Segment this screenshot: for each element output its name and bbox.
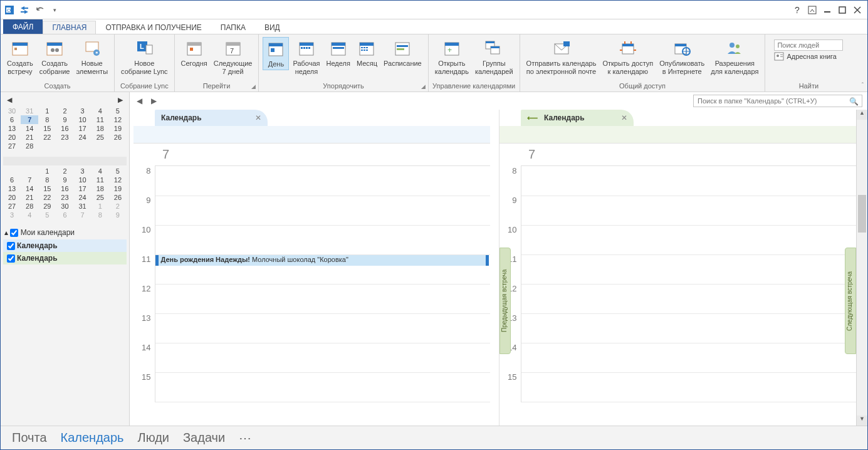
nav-tasks[interactable]: Задачи bbox=[183, 431, 225, 445]
prev-month-icon[interactable]: ◀ bbox=[7, 96, 12, 104]
time-slot[interactable] bbox=[521, 225, 856, 254]
time-slot[interactable] bbox=[521, 372, 856, 402]
mini-day[interactable]: 31 bbox=[21, 107, 38, 115]
time-slot[interactable]: День рождения Надежды! Молочный шоколад … bbox=[155, 254, 490, 284]
mini-day[interactable]: 8 bbox=[38, 115, 56, 124]
calendar-item-1[interactable]: Календарь bbox=[3, 239, 127, 252]
mini-day[interactable]: 8 bbox=[92, 211, 109, 219]
mini-day[interactable]: 24 bbox=[74, 133, 92, 142]
mini-day[interactable]: 14 bbox=[21, 184, 38, 193]
mini-day[interactable]: 9 bbox=[109, 211, 127, 219]
new-meeting-button[interactable]: Создать встречу bbox=[4, 37, 36, 76]
new-appointment-button[interactable]: Создать собрание bbox=[37, 37, 73, 76]
mini-day[interactable]: 21 bbox=[21, 193, 38, 202]
mini-day[interactable]: 18 bbox=[92, 124, 109, 133]
nav-mail[interactable]: Почта bbox=[12, 431, 47, 445]
pane-1-close-icon[interactable]: ✕ bbox=[255, 113, 261, 122]
mini-day[interactable]: 1 bbox=[92, 202, 109, 211]
qat-customize-icon[interactable]: ▾ bbox=[48, 4, 61, 16]
publish-online-button[interactable]: Опубликовать в Интернете bbox=[657, 37, 707, 76]
tab-view[interactable]: ВИД bbox=[255, 21, 290, 34]
mini-day[interactable]: 3 bbox=[74, 167, 92, 175]
email-calendar-button[interactable]: Отправить календарь по электронной почте bbox=[524, 37, 599, 76]
tab-send-receive[interactable]: ОТПРАВКА И ПОЛУЧЕНИЕ bbox=[96, 21, 211, 34]
scroll-down-icon[interactable]: ▼ bbox=[857, 416, 867, 426]
my-calendars-checkbox[interactable] bbox=[10, 229, 18, 237]
maximize-button[interactable] bbox=[835, 3, 850, 18]
help-button[interactable]: ? bbox=[790, 3, 805, 18]
close-button[interactable] bbox=[850, 3, 865, 18]
time-slot[interactable] bbox=[521, 166, 856, 196]
calendar-search-input[interactable] bbox=[693, 95, 862, 107]
pane-2-close-icon[interactable]: ✕ bbox=[621, 113, 627, 122]
today-button[interactable]: Сегодня bbox=[179, 37, 210, 69]
mini-day[interactable] bbox=[74, 142, 92, 150]
mini-day[interactable]: 7 bbox=[21, 115, 38, 124]
collapse-ribbon-icon[interactable]: ˆ bbox=[862, 82, 864, 89]
mini-day[interactable]: 1 bbox=[38, 107, 56, 115]
mini-day[interactable]: 4 bbox=[21, 211, 38, 219]
mini-day[interactable]: 3 bbox=[3, 211, 21, 219]
time-slot[interactable] bbox=[155, 343, 490, 372]
mini-day[interactable]: 22 bbox=[38, 193, 56, 202]
time-slot[interactable] bbox=[521, 313, 856, 343]
scroll-up-icon[interactable]: ▲ bbox=[857, 110, 867, 120]
month-button[interactable]: Месяц bbox=[354, 37, 380, 69]
mini-day[interactable]: 24 bbox=[74, 193, 92, 202]
scroll-thumb[interactable] bbox=[858, 195, 866, 233]
mini-day[interactable]: 29 bbox=[38, 202, 56, 211]
mini-day[interactable]: 27 bbox=[3, 142, 21, 150]
mini-day[interactable]: 4 bbox=[92, 107, 109, 115]
mini-day[interactable]: 3 bbox=[74, 107, 92, 115]
week-button[interactable]: Неделя bbox=[324, 37, 353, 69]
calendar-event[interactable]: День рождения Надежды! Молочный шоколад … bbox=[155, 255, 489, 266]
mini-day[interactable]: 26 bbox=[109, 193, 127, 202]
mini-day[interactable]: 30 bbox=[3, 107, 21, 115]
search-icon[interactable]: 🔍 bbox=[849, 97, 859, 106]
mini-day[interactable]: 7 bbox=[21, 175, 38, 184]
mini-day[interactable]: 23 bbox=[56, 193, 73, 202]
mini-day[interactable]: 23 bbox=[56, 133, 73, 142]
mini-day[interactable]: 16 bbox=[56, 124, 73, 133]
mini-day[interactable]: 9 bbox=[56, 175, 73, 184]
next-meeting-handle[interactable]: Следующая встреча bbox=[845, 248, 856, 354]
mini-day[interactable]: 5 bbox=[109, 107, 127, 115]
tab-home[interactable]: ГЛАВНАЯ bbox=[43, 21, 96, 34]
permissions-button[interactable]: Разрешения для календаря bbox=[708, 37, 761, 76]
mini-day[interactable]: 11 bbox=[92, 115, 109, 124]
mini-day[interactable]: 17 bbox=[74, 124, 92, 133]
time-slot[interactable] bbox=[521, 343, 856, 372]
time-slot[interactable] bbox=[521, 196, 856, 225]
mini-day[interactable]: 27 bbox=[3, 202, 21, 211]
mini-day[interactable]: 20 bbox=[3, 133, 21, 142]
calendar-item-2[interactable]: Календарь bbox=[3, 252, 127, 264]
pane-1-grid[interactable]: 891011День рождения Надежды! Молочный шо… bbox=[133, 166, 490, 426]
time-slot[interactable] bbox=[155, 225, 490, 254]
mini-day[interactable]: 30 bbox=[56, 202, 73, 211]
mini-day[interactable]: 11 bbox=[92, 175, 109, 184]
day-button[interactable]: День bbox=[263, 37, 289, 70]
mini-day[interactable]: 10 bbox=[74, 115, 92, 124]
undo-icon[interactable] bbox=[33, 4, 46, 16]
arrange-dialog-launcher[interactable]: ◢ bbox=[421, 83, 426, 90]
mini-calendar-1[interactable]: ◀ ▶ 303112345678910111213141516171819202… bbox=[3, 96, 127, 150]
mini-day[interactable]: 13 bbox=[3, 124, 21, 133]
mini-day[interactable]: 15 bbox=[38, 184, 56, 193]
schedule-button[interactable]: Расписание bbox=[381, 37, 424, 69]
time-slot[interactable] bbox=[155, 313, 490, 343]
mini-day[interactable]: 19 bbox=[109, 184, 127, 193]
mini-day[interactable] bbox=[3, 167, 21, 175]
workweek-button[interactable]: Рабочая неделя bbox=[290, 37, 322, 76]
mini-day[interactable]: 22 bbox=[38, 133, 56, 142]
mini-day[interactable]: 26 bbox=[109, 133, 127, 142]
lync-meeting-button[interactable]: L Новое собрание Lync bbox=[118, 37, 170, 76]
mini-day[interactable]: 19 bbox=[109, 124, 127, 133]
mini-day[interactable]: 6 bbox=[3, 115, 21, 124]
next7-button[interactable]: 7 Следующие 7 дней bbox=[211, 37, 255, 76]
mini-day[interactable]: 12 bbox=[109, 115, 127, 124]
mini-day[interactable]: 2 bbox=[56, 107, 73, 115]
open-calendar-button[interactable]: + Открыть календарь bbox=[432, 37, 471, 76]
new-items-button[interactable]: ✶ Новые элементы bbox=[73, 37, 110, 76]
tab-folder[interactable]: ПАПКА bbox=[211, 21, 255, 34]
send-receive-icon[interactable] bbox=[18, 4, 31, 16]
